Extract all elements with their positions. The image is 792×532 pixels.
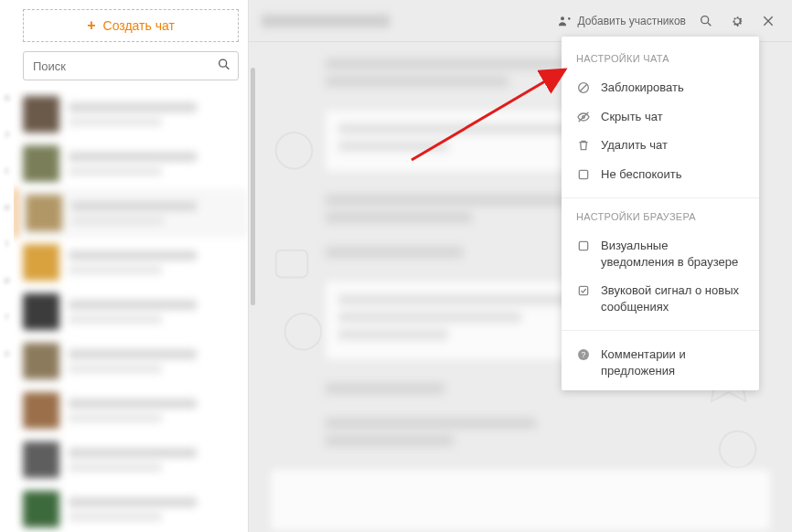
trash-icon — [576, 137, 591, 153]
conversation-meta — [69, 399, 239, 422]
settings-item-label: Не беспокоить — [601, 166, 682, 183]
avatar — [23, 491, 59, 527]
settings-item-delete[interactable]: Удалить чат — [562, 131, 759, 160]
avatar — [23, 392, 59, 429]
settings-item-visual-notif[interactable]: Визуальные уведомления в браузере — [562, 231, 759, 276]
plus-icon: + — [87, 17, 95, 34]
conversation-meta — [69, 300, 239, 324]
page-left-strip: азситито — [0, 0, 14, 532]
message-input-area[interactable] — [271, 470, 770, 530]
add-participants-button[interactable]: Добавить участников — [557, 14, 686, 28]
search-icon — [699, 14, 713, 28]
svg-rect-15 — [579, 170, 587, 178]
create-chat-button[interactable]: + Создать чат — [23, 9, 239, 42]
avatar — [23, 442, 59, 478]
checkbox-empty-icon — [576, 166, 591, 182]
conversation-item[interactable] — [14, 484, 248, 532]
question-icon: ? — [576, 346, 591, 362]
avatar — [23, 343, 59, 379]
conversation-meta — [71, 201, 239, 225]
avatar — [23, 96, 59, 133]
panel-divider — [562, 197, 759, 198]
svg-point-10 — [285, 314, 322, 350]
search-input[interactable] — [23, 51, 239, 80]
chat-settings-panel: НАСТРОЙКИ ЧАТА Заблокировать Скрыть чат … — [562, 37, 759, 390]
svg-rect-17 — [579, 287, 587, 295]
conversation-meta — [69, 349, 239, 373]
settings-item-label: Комментарии и предложения — [601, 346, 744, 378]
conversation-item[interactable] — [14, 386, 248, 435]
conversation-item[interactable] — [14, 287, 248, 336]
svg-line-1 — [226, 67, 229, 69]
avatar — [26, 195, 62, 231]
settings-item-label: Скрыть чат — [601, 109, 663, 125]
conversation-meta — [69, 448, 239, 472]
svg-text:?: ? — [582, 351, 586, 360]
settings-item-block[interactable]: Заблокировать — [562, 73, 759, 102]
sidebar: + Создать чат — [14, 0, 249, 532]
create-chat-label: Создать чат — [103, 18, 175, 33]
conversation-meta — [69, 102, 239, 126]
conversation-item[interactable] — [14, 336, 248, 386]
message — [326, 418, 779, 446]
conversation-item[interactable] — [14, 238, 248, 287]
settings-item-feedback[interactable]: ? Комментарии и предложения — [562, 340, 759, 385]
conversation-meta — [69, 152, 239, 176]
gear-icon — [730, 14, 744, 28]
conversation-list — [14, 90, 248, 532]
svg-line-4 — [708, 23, 711, 26]
svg-rect-9 — [276, 250, 308, 278]
settings-item-label: Удалить чат — [601, 137, 668, 154]
svg-point-0 — [219, 59, 227, 67]
checkbox-empty-icon — [576, 238, 591, 253]
svg-point-7 — [276, 133, 313, 169]
group-add-icon — [557, 14, 572, 28]
scrollbar-thumb[interactable] — [251, 68, 255, 305]
close-icon — [761, 14, 776, 28]
panel-divider — [562, 330, 759, 331]
settings-gear-button[interactable] — [726, 10, 748, 32]
header-search-button[interactable] — [695, 10, 717, 32]
avatar — [23, 145, 59, 182]
conversation-item[interactable] — [14, 435, 248, 484]
conversation-item[interactable] — [14, 188, 248, 238]
conversation-item[interactable] — [14, 90, 248, 139]
settings-item-label: Звуковой сигнал о новых сообщениях — [601, 282, 744, 314]
add-participants-label: Добавить участников — [577, 15, 686, 27]
eye-off-icon — [576, 109, 591, 124]
svg-line-12 — [580, 84, 587, 91]
settings-section-chat-title: НАСТРОЙКИ ЧАТА — [562, 49, 759, 73]
close-button[interactable] — [757, 10, 779, 32]
settings-item-sound-notif[interactable]: Звуковой сигнал о новых сообщениях — [562, 276, 759, 321]
svg-rect-16 — [579, 242, 587, 250]
settings-item-hide[interactable]: Скрыть чат — [562, 102, 759, 132]
settings-item-label: Визуальные уведомления в браузере — [601, 238, 744, 270]
conversation-meta — [69, 250, 239, 274]
avatar — [23, 244, 59, 281]
conversation-meta — [69, 497, 239, 521]
svg-point-2 — [561, 16, 564, 20]
settings-section-browser-title: НАСТРОЙКИ БРАУЗЕРА — [562, 207, 759, 231]
conversation-item[interactable] — [14, 139, 248, 188]
chat-title — [262, 15, 390, 27]
search-icon[interactable] — [217, 58, 231, 75]
settings-item-label: Заблокировать — [601, 80, 684, 96]
svg-point-3 — [701, 16, 709, 23]
block-icon — [576, 80, 591, 95]
settings-item-dnd[interactable]: Не беспокоить — [562, 160, 759, 189]
avatar — [23, 293, 59, 330]
checkbox-checked-icon — [576, 282, 591, 298]
